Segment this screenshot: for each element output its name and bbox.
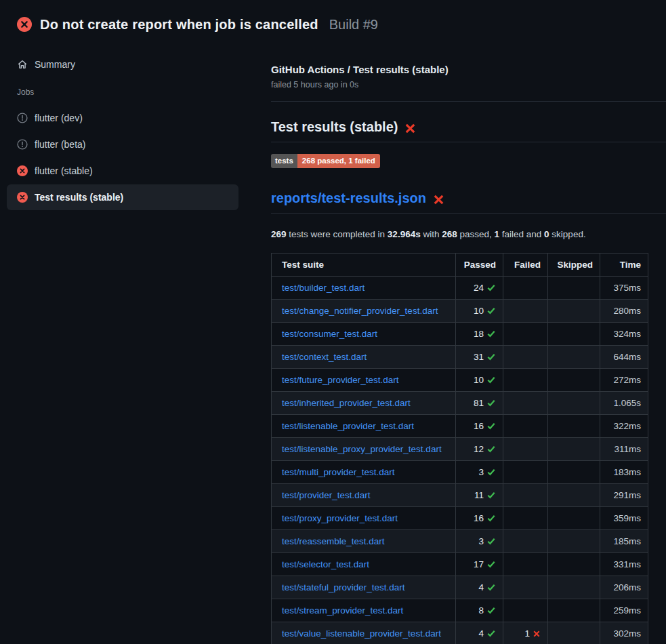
failed-cell <box>503 322 548 345</box>
failed-cell <box>503 437 548 460</box>
report-file-title[interactable]: reports/test-results.json <box>271 190 666 214</box>
time-cell: 302ms <box>600 622 648 644</box>
x-icon <box>533 628 541 639</box>
suite-link[interactable]: test/change_notifier_provider_test.dart <box>282 306 438 316</box>
breadcrumb: GitHub Actions / Test results (stable) <box>271 64 666 75</box>
summary-segment: 32.964s <box>388 229 421 239</box>
check-icon <box>486 375 496 385</box>
skipped-cell <box>548 299 600 322</box>
suite-cell: test/context_test.dart <box>272 345 456 368</box>
tests-badge: tests 268 passed, 1 failed <box>271 154 380 168</box>
check-icon <box>486 421 496 431</box>
check-icon <box>486 352 496 362</box>
time-cell: 331ms <box>600 552 648 576</box>
report-file-link[interactable]: reports/test-results.json <box>271 190 426 206</box>
column-header-failed: Failed <box>503 253 548 276</box>
suite-cell: test/listenable_proxy_provider_test.dart <box>272 437 456 460</box>
test-summary-sentence: 269 tests were completed in 32.964s with… <box>271 229 666 239</box>
run-build-number: Build #9 <box>329 17 378 33</box>
passed-cell: 4 <box>456 576 503 599</box>
suite-link[interactable]: test/selector_test.dart <box>282 559 369 569</box>
passed-cell: 12 <box>456 437 503 460</box>
suite-link[interactable]: test/stateful_provider_test.dart <box>282 582 405 592</box>
suite-link[interactable]: test/stream_provider_test.dart <box>282 605 403 616</box>
suite-link[interactable]: test/multi_provider_test.dart <box>282 467 395 477</box>
suite-cell: test/reassemble_test.dart <box>272 529 456 552</box>
passed-cell: 18 <box>456 322 503 345</box>
time-cell: 259ms <box>600 599 648 622</box>
suite-link[interactable]: test/reassemble_test.dart <box>282 536 385 546</box>
summary-segment: with <box>421 229 442 239</box>
badge-value: 268 passed, 1 failed <box>297 154 380 168</box>
suite-link[interactable]: test/future_provider_test.dart <box>282 375 399 385</box>
suite-cell: test/selector_test.dart <box>272 552 456 576</box>
check-icon <box>486 559 496 569</box>
run-meta: failed 5 hours ago in 0s <box>271 80 666 89</box>
suite-link[interactable]: test/value_listenable_provider_test.dart <box>282 628 441 639</box>
sidebar-item-flutter-beta[interactable]: flutter (beta) <box>7 132 238 157</box>
table-row: test/future_provider_test.dart10272ms <box>272 368 648 391</box>
suite-link[interactable]: test/listenable_provider_test.dart <box>282 421 414 431</box>
failed-cell <box>503 414 548 437</box>
passed-cell: 31 <box>456 345 503 368</box>
failed-cell <box>503 299 548 322</box>
time-cell: 322ms <box>600 414 648 437</box>
fail-x-icon <box>433 193 444 205</box>
check-icon <box>486 329 496 339</box>
passed-cell: 3 <box>456 529 503 552</box>
failed-cell <box>503 599 548 622</box>
table-row: test/listenable_provider_test.dart16322m… <box>272 414 648 437</box>
suite-cell: test/value_listenable_provider_test.dart <box>272 622 456 644</box>
passed-cell: 81 <box>456 391 503 414</box>
sidebar-item-flutter-dev[interactable]: flutter (dev) <box>7 105 238 131</box>
sidebar-item-flutter-stable[interactable]: flutter (stable) <box>7 158 238 184</box>
sidebar-item-test-results-stable[interactable]: Test results (stable) <box>7 184 238 210</box>
neutral-status-icon <box>17 113 28 123</box>
suite-link[interactable]: test/builder_test.dart <box>282 283 365 293</box>
suite-link[interactable]: test/listenable_proxy_provider_test.dart <box>282 444 442 454</box>
summary-segment: failed and <box>499 229 544 239</box>
jobs-section-heading: Jobs <box>0 87 264 97</box>
column-header-time: Time <box>600 253 648 276</box>
failed-cell <box>503 529 548 552</box>
run-title: Do not create report when job is cancell… <box>40 17 318 33</box>
passed-cell: 24 <box>456 276 503 299</box>
sidebar-item-summary[interactable]: Summary <box>7 54 238 75</box>
table-row: test/value_listenable_provider_test.dart… <box>272 622 648 644</box>
suite-cell: test/provider_test.dart <box>272 483 456 506</box>
summary-segment: 268 <box>442 229 457 239</box>
check-icon <box>486 283 496 293</box>
results-table: Test suitePassedFailedSkippedTime test/b… <box>271 253 648 644</box>
suite-link[interactable]: test/consumer_test.dart <box>282 329 377 339</box>
suite-cell: test/future_provider_test.dart <box>272 368 456 391</box>
skipped-cell <box>548 529 600 552</box>
suite-link[interactable]: test/context_test.dart <box>282 352 367 362</box>
suite-link[interactable]: test/provider_test.dart <box>282 490 371 500</box>
suite-link[interactable]: test/inherited_provider_test.dart <box>282 398 411 408</box>
passed-cell: 17 <box>456 552 503 576</box>
failed-cell <box>503 276 548 299</box>
failed-cell <box>503 506 548 529</box>
skipped-cell <box>548 483 600 506</box>
passed-cell: 4 <box>456 622 503 644</box>
skipped-cell <box>548 460 600 483</box>
failed-cell <box>503 391 548 414</box>
skipped-cell <box>548 276 600 299</box>
time-cell: 311ms <box>600 437 648 460</box>
check-icon <box>486 628 496 639</box>
suite-link[interactable]: test/proxy_provider_test.dart <box>282 513 398 523</box>
suite-cell: test/builder_test.dart <box>272 276 456 299</box>
check-icon <box>486 605 496 616</box>
skipped-cell <box>548 322 600 345</box>
passed-cell: 10 <box>456 299 503 322</box>
section-title: Test results (stable) <box>271 119 666 142</box>
failed-status-icon <box>17 17 32 32</box>
check-icon <box>486 513 496 523</box>
check-icon <box>486 536 496 546</box>
passed-cell: 10 <box>456 368 503 391</box>
suite-cell: test/stream_provider_test.dart <box>272 599 456 622</box>
neutral-status-icon <box>17 139 28 150</box>
time-cell: 291ms <box>600 483 648 506</box>
time-cell: 375ms <box>600 276 648 299</box>
section-title-text: Test results (stable) <box>271 119 398 135</box>
